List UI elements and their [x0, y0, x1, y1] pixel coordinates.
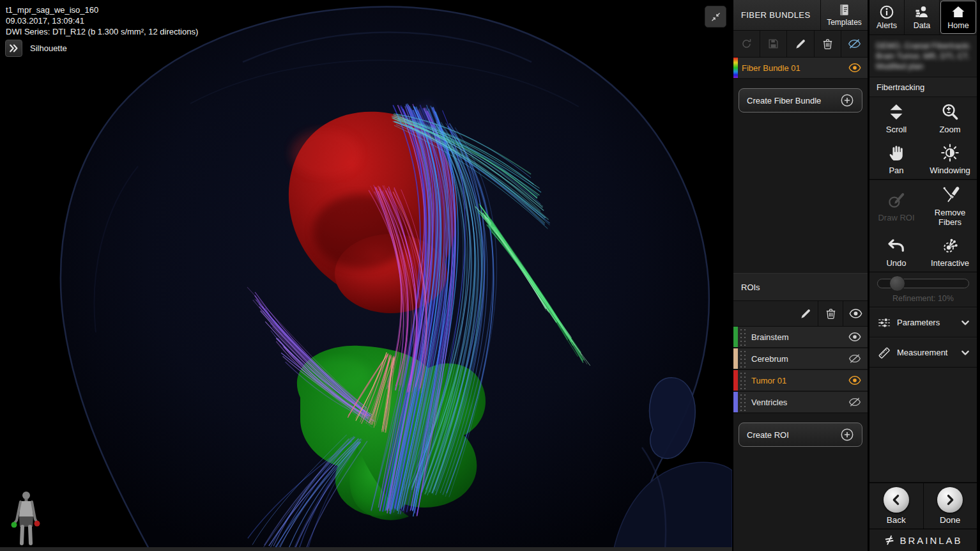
undo-icon — [887, 236, 906, 255]
tools-panel: Alerts Data Home DEMO, Cranial Fibertrac… — [868, 0, 977, 551]
delete-trash-icon — [822, 38, 834, 50]
collapse-arrows-icon — [710, 12, 721, 22]
scroll-icon — [887, 102, 906, 121]
roi-row-cerebrum[interactable]: Cerebrum — [733, 348, 868, 370]
interactive-tool[interactable]: Interactive — [923, 231, 977, 272]
templates-button[interactable]: Templates — [820, 0, 868, 30]
create-fiber-bundle-button[interactable]: Create Fiber Bundle — [739, 88, 862, 113]
delete-bundle-button[interactable] — [815, 38, 841, 50]
plus-circle-icon — [840, 93, 854, 107]
hide-bundle-button[interactable] — [841, 37, 868, 50]
roi-toolbar — [733, 301, 868, 327]
bundle-name: Fiber Bundle 01 — [738, 63, 848, 73]
ear-shape — [650, 378, 695, 458]
edit-pencil-icon — [800, 307, 812, 320]
done-button[interactable]: Done — [924, 483, 977, 529]
nav-home-button[interactable]: Home — [940, 1, 976, 34]
recompute-button[interactable] — [733, 38, 760, 50]
roi-name: Tumor 01 — [747, 376, 848, 385]
roi-texture — [738, 392, 747, 412]
pan-tool[interactable]: Pan — [869, 138, 923, 179]
roi-color-strip — [733, 327, 738, 347]
roi-row-tumor[interactable]: Tumor 01 — [733, 370, 868, 392]
bundle-color-strip — [733, 58, 738, 78]
tool-grid: Scroll Zoom Pan Windowing Draw ROI Remov… — [869, 97, 977, 272]
patient-info-blurred[interactable]: DEMO, Cranial Fibertracki... Brain Tumor… — [869, 35, 977, 77]
edit-bundle-button[interactable] — [787, 38, 813, 50]
3d-viewport[interactable]: t1_mpr_sag_we_iso_160 09.03.2017, 13:09:… — [0, 0, 732, 551]
create-roi-button[interactable]: Create ROI — [739, 423, 862, 447]
save-icon — [767, 38, 779, 50]
scroll-tool[interactable]: Scroll — [869, 97, 923, 138]
parameters-accordion[interactable]: Parameters — [869, 307, 977, 338]
double-chevron-icon — [8, 43, 19, 54]
panel-filler — [733, 452, 868, 551]
roi-row-brainstem[interactable]: Brainstem — [733, 327, 868, 348]
brainlab-logo-icon — [884, 534, 895, 546]
nav-data-button[interactable]: Data — [905, 0, 940, 35]
remove-fibers-tool[interactable]: Remove Fibers — [923, 180, 977, 231]
delete-roi-button[interactable] — [818, 307, 843, 320]
slider-handle[interactable] — [889, 276, 905, 291]
fiber-bundles-title: FIBER BUNDLES — [733, 0, 820, 30]
templates-icon — [838, 3, 851, 17]
interactive-icon — [940, 236, 960, 255]
roi-row-ventricles[interactable]: Ventricles — [733, 392, 868, 414]
show-roi-button[interactable] — [843, 307, 868, 320]
fiber-bundles-panel: FIBER BUNDLES Templates Fiber Bundle 01 … — [732, 0, 868, 551]
patient-line: Modified plan — [876, 61, 970, 72]
pan-hand-icon — [887, 143, 906, 162]
roi-color-strip — [733, 392, 738, 412]
chevron-down-icon — [960, 348, 970, 358]
patient-line: Brain Tumor, MR, DTI, CT... — [876, 51, 970, 61]
roi-name: Ventricles — [747, 398, 848, 407]
draw-roi-icon — [887, 190, 906, 210]
edit-pencil-icon — [795, 38, 807, 50]
fibertracking-section-label: Fibertracking — [869, 77, 977, 97]
draw-roi-tool[interactable]: Draw ROI — [869, 180, 923, 231]
expand-silhouette-button[interactable] — [5, 40, 22, 57]
parameters-icon — [877, 316, 891, 330]
zoom-icon — [940, 102, 960, 121]
refinement-label: Refinement: 10% — [877, 294, 969, 303]
bundle-toolbar — [733, 31, 868, 58]
roi-color-strip — [733, 348, 738, 369]
eye-visible-icon[interactable] — [848, 61, 861, 74]
right-hand-marker — [34, 521, 40, 527]
alerts-info-icon — [879, 4, 894, 20]
brand-footer: BRAINLAB — [869, 529, 977, 551]
roi-texture — [738, 370, 747, 391]
zoom-tool[interactable]: Zoom — [923, 97, 977, 138]
windowing-tool[interactable]: Windowing — [923, 138, 977, 179]
fiber-bundle-row[interactable]: Fiber Bundle 01 — [733, 58, 868, 79]
nav-alerts-button[interactable]: Alerts — [869, 0, 905, 35]
measurement-accordion[interactable]: Measurement — [869, 338, 977, 368]
edit-roi-button[interactable] — [793, 307, 818, 320]
collapse-view-button[interactable] — [705, 6, 726, 27]
home-icon — [951, 4, 966, 20]
chevron-down-icon — [960, 318, 970, 328]
eye-visible-icon[interactable] — [848, 330, 861, 343]
data-patient-icon — [914, 4, 930, 20]
roi-color-strip — [733, 370, 738, 391]
refinement-slider[interactable] — [877, 279, 969, 288]
eye-hidden-icon[interactable] — [848, 396, 861, 408]
eye-hidden-icon[interactable] — [848, 352, 861, 365]
undo-tool[interactable]: Undo — [869, 231, 923, 272]
roi-texture — [738, 348, 747, 369]
footer-navigation: Back Done — [869, 482, 977, 529]
roi-name: Brainstem — [747, 332, 848, 342]
rois-title: ROIs — [733, 273, 868, 301]
panel-spacer — [733, 118, 868, 273]
remove-fibers-icon — [940, 185, 960, 205]
brain-3d-scene — [0, 0, 732, 551]
back-button[interactable]: Back — [869, 483, 924, 529]
series-info-overlay: t1_mpr_sag_we_iso_160 09.03.2017, 13:09:… — [6, 4, 198, 37]
recompute-icon — [740, 38, 753, 50]
viewport-bottom-strip — [0, 547, 732, 551]
series-datetime: 09.03.2017, 13:09:41 — [6, 15, 198, 26]
eye-visible-icon[interactable] — [848, 374, 861, 387]
save-bundle-button[interactable] — [760, 38, 786, 50]
brand-name: BRAINLAB — [900, 535, 962, 546]
silhouette-label: Silhouette — [30, 43, 67, 53]
